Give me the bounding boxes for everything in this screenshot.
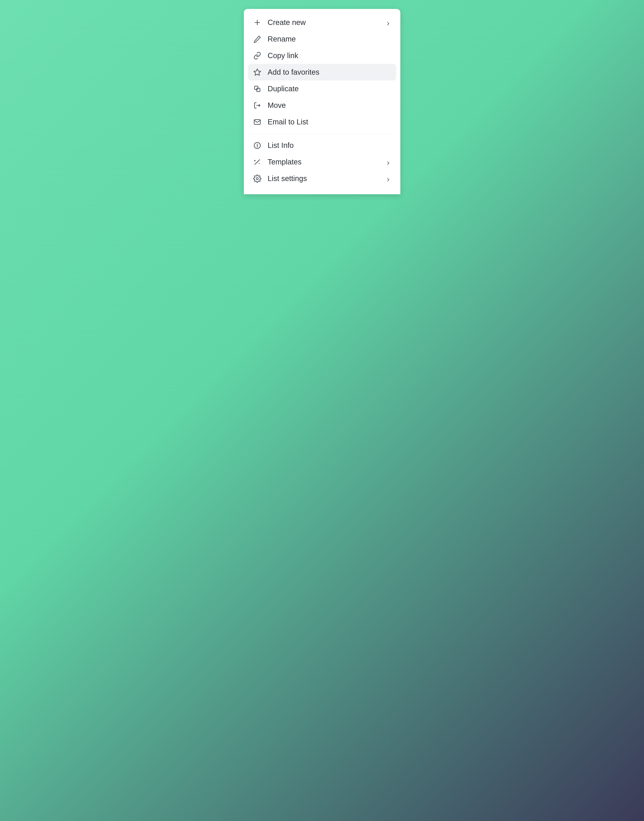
menu-item-label: Templates <box>268 158 379 166</box>
menu-item-email-to-list[interactable]: Email to List <box>248 113 396 130</box>
menu-item-copy-link[interactable]: Copy link <box>248 47 396 64</box>
move-icon <box>253 101 261 110</box>
chevron-right-icon <box>385 176 391 181</box>
wand-icon <box>253 158 261 166</box>
pencil-icon <box>253 35 261 43</box>
menu-item-label: List Info <box>268 141 391 150</box>
duplicate-icon <box>253 85 261 93</box>
menu-divider <box>250 133 395 134</box>
menu-item-label: Duplicate <box>268 84 391 93</box>
menu-item-label: Rename <box>268 35 391 43</box>
star-icon <box>253 68 261 77</box>
menu-item-label: Create new <box>268 18 379 27</box>
mail-icon <box>253 118 261 126</box>
menu-item-list-settings[interactable]: List settings <box>248 170 396 187</box>
menu-item-label: Copy link <box>268 51 391 60</box>
context-menu: Create new Rename Copy link Add to favor… <box>244 9 400 194</box>
menu-item-list-info[interactable]: List Info <box>248 137 396 154</box>
plus-icon <box>253 18 261 27</box>
menu-item-create-new[interactable]: Create new <box>248 14 396 31</box>
menu-item-rename[interactable]: Rename <box>248 31 396 47</box>
menu-item-label: Add to favorites <box>268 68 391 77</box>
menu-item-duplicate[interactable]: Duplicate <box>248 80 396 97</box>
svg-marker-2 <box>254 69 261 75</box>
link-icon <box>253 52 261 60</box>
gear-icon <box>253 175 261 183</box>
chevron-right-icon <box>385 20 391 25</box>
menu-item-move[interactable]: Move <box>248 97 396 113</box>
menu-item-add-to-favorites[interactable]: Add to favorites <box>248 64 396 80</box>
menu-item-templates[interactable]: Templates <box>248 154 396 170</box>
menu-item-label: Move <box>268 101 391 110</box>
svg-point-10 <box>256 178 258 179</box>
menu-item-label: List settings <box>268 174 379 183</box>
svg-point-9 <box>257 144 258 144</box>
info-icon <box>253 141 261 150</box>
menu-item-label: Email to List <box>268 118 391 126</box>
chevron-right-icon <box>385 159 391 165</box>
